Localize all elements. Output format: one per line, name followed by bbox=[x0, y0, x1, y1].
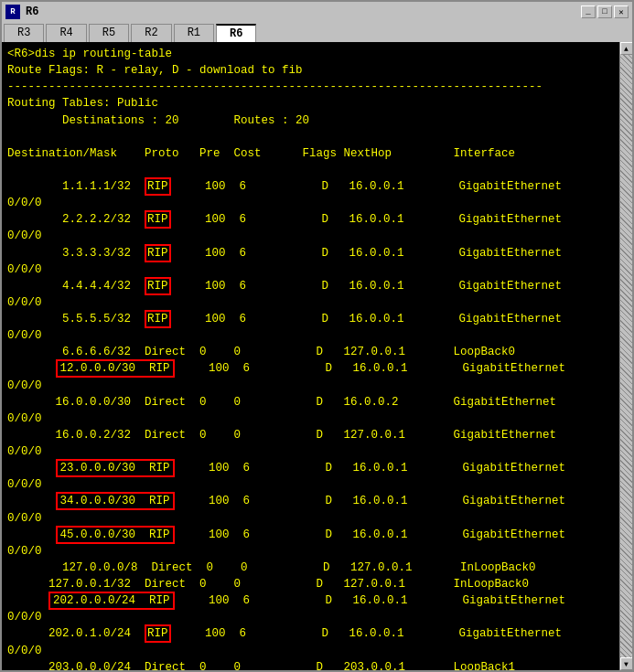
window-title: R6 bbox=[26, 5, 38, 18]
terminal-output[interactable]: <R6>dis ip routing-table Route Flags: R … bbox=[2, 42, 619, 670]
scroll-thumb[interactable] bbox=[620, 55, 633, 657]
tab-bar: R3 R4 R5 R2 R1 R6 bbox=[2, 22, 632, 42]
title-bar: R R6 _ □ ✕ bbox=[2, 2, 632, 22]
minimize-button[interactable]: _ bbox=[581, 5, 596, 18]
title-bar-controls: _ □ ✕ bbox=[581, 5, 629, 18]
line-cmd: <R6>dis ip routing-table Route Flags: R … bbox=[7, 48, 565, 670]
scrollbar[interactable]: ▲ ▼ bbox=[619, 42, 632, 670]
app-icon: R bbox=[5, 5, 20, 19]
tab-r1[interactable]: R1 bbox=[174, 24, 214, 42]
tab-r3[interactable]: R3 bbox=[4, 24, 44, 42]
scroll-up-button[interactable]: ▲ bbox=[620, 42, 633, 55]
tab-r6[interactable]: R6 bbox=[216, 24, 256, 42]
main-window: R R6 _ □ ✕ R3 R4 R5 R2 R1 R6 <R6>dis ip … bbox=[0, 0, 634, 672]
title-bar-left: R R6 bbox=[5, 5, 38, 19]
restore-button[interactable]: □ bbox=[597, 5, 612, 18]
close-button[interactable]: ✕ bbox=[614, 5, 629, 18]
tab-r4[interactable]: R4 bbox=[46, 24, 86, 42]
scroll-down-button[interactable]: ▼ bbox=[620, 657, 633, 670]
tab-r2[interactable]: R2 bbox=[131, 24, 171, 42]
tab-r5[interactable]: R5 bbox=[89, 24, 129, 42]
terminal-wrapper: <R6>dis ip routing-table Route Flags: R … bbox=[2, 42, 632, 670]
